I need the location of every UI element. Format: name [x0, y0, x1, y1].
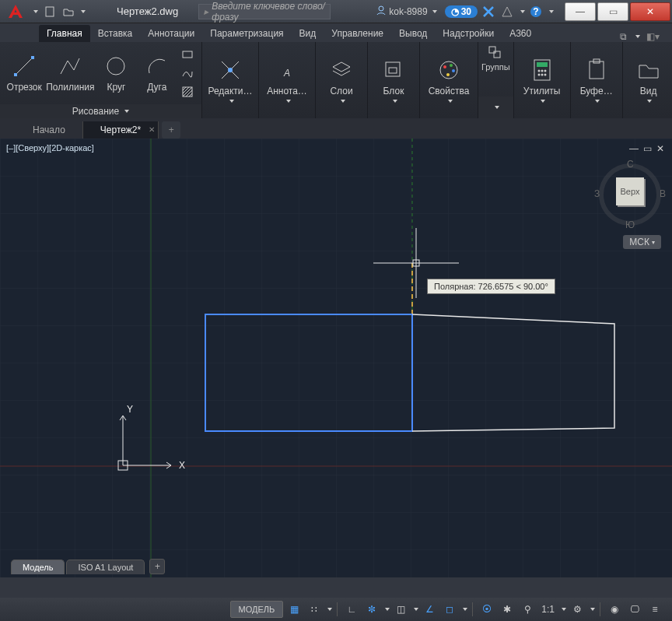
iso-icon[interactable]: ◫ — [391, 601, 410, 618]
tab-view[interactable]: Вид — [292, 25, 324, 42]
snap-caret[interactable] — [327, 608, 332, 611]
tab-manage[interactable]: Управление — [324, 25, 391, 42]
arc-icon — [145, 54, 170, 79]
open-file-icon[interactable] — [60, 3, 77, 20]
viewcube-east[interactable]: В — [660, 188, 666, 199]
autodesk-icon[interactable] — [499, 4, 515, 19]
minimize-button[interactable]: — — [565, 2, 596, 21]
snap-icon[interactable]: ∷ — [305, 601, 324, 618]
qat-caret[interactable] — [81, 10, 86, 13]
tab-annotate[interactable]: Аннотации — [140, 25, 202, 42]
anno-icon[interactable]: ✱ — [498, 601, 516, 618]
svg-point-18 — [450, 64, 453, 67]
space-toggle[interactable]: МОДЕЛЬ — [230, 601, 284, 618]
app-menu-caret[interactable] — [33, 10, 38, 13]
tab-home[interactable]: Главная — [39, 25, 90, 42]
svg-text:?: ? — [533, 6, 538, 17]
rect-icon[interactable] — [180, 47, 195, 62]
drawing-canvas[interactable]: X Y [–][Сверху][2D-каркас] — ▭ ✕ Верх С … — [0, 139, 672, 577]
viewcube-face[interactable]: Верх — [616, 177, 644, 205]
osnap-icon[interactable]: ◻ — [440, 601, 459, 618]
arc-button[interactable]: Дуга — [139, 51, 175, 96]
props-button[interactable]: Свойства — [426, 54, 471, 106]
svg-point-30 — [544, 74, 546, 76]
modify-button[interactable]: Редакти… — [208, 54, 252, 106]
tab-parametric[interactable]: Параметризация — [202, 25, 291, 42]
svg-point-26 — [541, 70, 543, 72]
calc-icon — [530, 58, 555, 82]
svg-point-12 — [228, 68, 233, 72]
text-icon: A — [275, 58, 299, 82]
viewcube-west[interactable]: З — [594, 188, 600, 199]
ws-icon[interactable]: ◉ — [605, 601, 624, 618]
annotate-button[interactable]: A Аннота… — [265, 54, 309, 106]
svg-point-27 — [544, 70, 546, 72]
anno2-icon[interactable]: ⚲ — [518, 601, 537, 618]
tab-close-icon[interactable]: ✕ — [149, 125, 155, 134]
view-button[interactable]: Вид — [629, 54, 668, 106]
viewcube-south[interactable]: Ю — [625, 219, 635, 230]
ribbon-tabs: Главная Вставка Аннотации Параметризация… — [0, 23, 672, 42]
svg-line-4 — [16, 58, 33, 75]
vp-min-icon[interactable]: — — [629, 143, 639, 154]
clipboard-button[interactable]: Буфе… — [577, 54, 616, 106]
tab-drawing[interactable]: Чертеж2* ✕ — [83, 121, 159, 139]
block-button[interactable]: Блок — [374, 54, 413, 106]
lwt-icon[interactable]: ⦿ — [478, 601, 496, 618]
polyline-button[interactable]: Полилиния — [47, 51, 93, 96]
help-icon[interactable]: ? — [528, 4, 544, 19]
monitor-icon[interactable]: 🖵 — [625, 601, 644, 618]
sheet-model[interactable]: Модель — [11, 560, 65, 574]
ribbon-caret[interactable] — [635, 35, 640, 38]
viewcube[interactable]: Верх С Ю В З МСК▾ — [599, 160, 661, 246]
group-icon[interactable] — [488, 45, 503, 61]
help-caret[interactable] — [549, 10, 554, 13]
viewcube-north[interactable]: С — [627, 159, 634, 170]
otrack-icon[interactable]: ∠ — [420, 601, 439, 618]
clipboard-label: Буфе… — [580, 86, 613, 96]
trial-badge[interactable]: ◔ 30 — [445, 5, 478, 18]
svg-rect-21 — [489, 47, 495, 53]
close-button[interactable]: ✕ — [630, 2, 670, 21]
ucs-y-label: Y — [127, 404, 133, 415]
add-sheet-button[interactable]: + — [149, 559, 165, 574]
gear-icon[interactable]: ⚙ — [568, 601, 586, 618]
quick-access-toolbar — [41, 3, 86, 20]
tab-addins[interactable]: Надстройки — [435, 25, 502, 42]
ribbon-min-icon[interactable]: ◧▾ — [646, 31, 660, 42]
vp-max-icon[interactable]: ▭ — [643, 143, 652, 154]
search-input[interactable]: ▸ Введите ключевое слово/фразу — [198, 4, 331, 19]
tab-output[interactable]: Вывод — [391, 25, 435, 42]
maximize-button[interactable]: ▭ — [597, 2, 628, 21]
tab-start[interactable]: Начало — [16, 121, 83, 139]
featured-apps-icon[interactable]: ⧉ — [620, 31, 627, 42]
grid-icon[interactable]: ▦ — [285, 601, 303, 618]
utils-button[interactable]: Утилиты — [520, 54, 564, 106]
ucs-badge[interactable]: МСК▾ — [623, 235, 661, 249]
tab-a360[interactable]: A360 — [502, 25, 539, 42]
polar-icon[interactable]: ✼ — [362, 601, 381, 618]
panel-draw-label[interactable]: Рисование — [0, 104, 201, 118]
utils-label: Утилиты — [523, 86, 561, 96]
scale-label[interactable]: 1:1 — [538, 601, 558, 618]
spline-icon[interactable] — [180, 65, 195, 81]
user-menu[interactable]: kok-8989 — [371, 5, 441, 18]
line-button[interactable]: Отрезок — [6, 51, 42, 96]
ortho-icon[interactable]: ∟ — [342, 601, 361, 618]
new-file-icon[interactable] — [41, 3, 58, 20]
vp-close-icon[interactable]: ✕ — [656, 143, 664, 154]
circle-button[interactable]: Круг — [98, 51, 134, 96]
menu-icon[interactable]: ≡ — [646, 601, 664, 618]
app-logo[interactable] — [3, 1, 28, 23]
user-name: kok-8989 — [389, 6, 427, 17]
tab-insert[interactable]: Вставка — [90, 25, 141, 42]
autodesk-caret[interactable] — [520, 10, 525, 13]
title-bar: Чертеж2.dwg ▸ Введите ключевое слово/фра… — [0, 0, 672, 23]
add-tab-button[interactable]: + — [162, 121, 180, 139]
sheet-layout[interactable]: ISO A1 Layout — [66, 560, 145, 574]
exchange-icon[interactable] — [481, 4, 496, 19]
arc-label: Дуга — [147, 82, 166, 93]
viewport-label[interactable]: [–][Сверху][2D-каркас] — [6, 143, 94, 153]
layers-button[interactable]: Слои — [322, 54, 361, 106]
hatch-icon[interactable] — [180, 84, 195, 100]
